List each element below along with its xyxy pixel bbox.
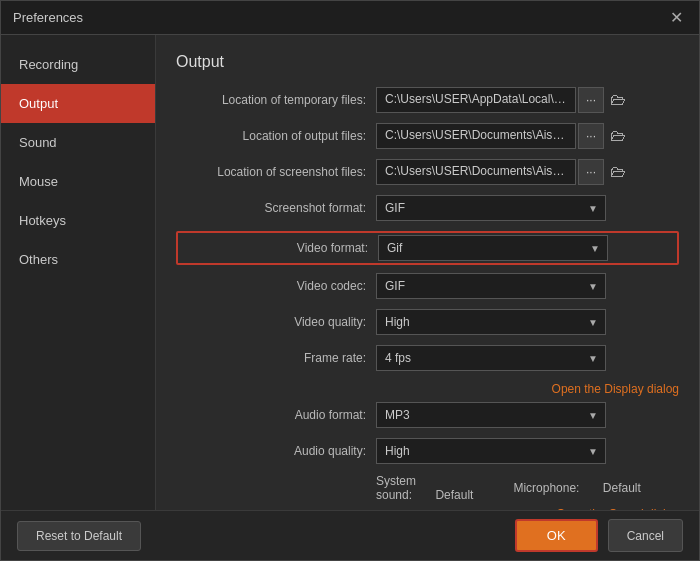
video-format-select[interactable]: Gif — [378, 235, 608, 261]
frame-rate-label: Frame rate: — [176, 351, 376, 365]
video-quality-row: Video quality: High — [176, 309, 679, 335]
screenshot-files-label: Location of screenshot files: — [176, 165, 376, 179]
audio-quality-row: Audio quality: High — [176, 438, 679, 464]
audio-quality-select[interactable]: High — [376, 438, 606, 464]
screenshot-format-row: Screenshot format: GIF — [176, 195, 679, 221]
content-area: Recording Output Sound Mouse Hotkeys Oth… — [1, 35, 699, 510]
audio-format-row: Audio format: MP3 — [176, 402, 679, 428]
output-files-control: C:\Users\USER\Documents\Aiseesc ··· 🗁 — [376, 123, 679, 149]
cancel-button[interactable]: Cancel — [608, 519, 683, 552]
ok-button[interactable]: OK — [515, 519, 598, 552]
frame-rate-row: Frame rate: 4 fps — [176, 345, 679, 371]
sidebar-item-mouse[interactable]: Mouse — [1, 162, 155, 201]
video-quality-wrapper: High — [376, 309, 606, 335]
audio-format-control: MP3 — [376, 402, 679, 428]
audio-format-label: Audio format: — [176, 408, 376, 422]
audio-quality-label: Audio quality: — [176, 444, 376, 458]
reset-button[interactable]: Reset to Default — [17, 521, 141, 551]
output-files-row: Location of output files: C:\Users\USER\… — [176, 123, 679, 149]
preferences-dialog: Preferences ✕ Recording Output Sound Mou… — [0, 0, 700, 561]
frame-rate-select[interactable]: 4 fps — [376, 345, 606, 371]
temp-files-input[interactable]: C:\Users\USER\AppData\Local\Ten — [376, 87, 576, 113]
sidebar-item-recording[interactable]: Recording — [1, 45, 155, 84]
video-codec-control: GIF — [376, 273, 679, 299]
audio-format-select[interactable]: MP3 — [376, 402, 606, 428]
screenshot-files-control: C:\Users\USER\Documents\Aiseesc ··· 🗁 — [376, 159, 679, 185]
screenshot-files-input[interactable]: C:\Users\USER\Documents\Aiseesc — [376, 159, 576, 185]
video-codec-select[interactable]: GIF — [376, 273, 606, 299]
video-quality-control: High — [376, 309, 679, 335]
screenshot-files-folder-button[interactable]: 🗁 — [608, 163, 628, 181]
video-format-control: Gif — [378, 235, 677, 261]
video-codec-wrapper: GIF — [376, 273, 606, 299]
output-files-dots-button[interactable]: ··· — [578, 123, 604, 149]
microphone-info-value: Default — [603, 481, 641, 495]
system-sound-info-value: Default — [435, 488, 473, 502]
screenshot-files-row: Location of screenshot files: C:\Users\U… — [176, 159, 679, 185]
microphone-info-label: Microphone: — [513, 481, 579, 495]
system-sound-info: System sound: Default — [376, 474, 493, 502]
section-title: Output — [176, 53, 679, 71]
system-sound-info-label: System sound: — [376, 474, 416, 502]
audio-quality-wrapper: High — [376, 438, 606, 464]
output-files-label: Location of output files: — [176, 129, 376, 143]
video-format-row: Video format: Gif — [178, 235, 677, 261]
temp-files-control: C:\Users\USER\AppData\Local\Ten ··· 🗁 — [376, 87, 679, 113]
footer-buttons: OK Cancel — [515, 519, 683, 552]
temp-files-dots-button[interactable]: ··· — [578, 87, 604, 113]
video-quality-label: Video quality: — [176, 315, 376, 329]
screenshot-format-control: GIF — [376, 195, 679, 221]
temp-files-label: Location of temporary files: — [176, 93, 376, 107]
footer: Reset to Default OK Cancel — [1, 510, 699, 560]
screenshot-format-label: Screenshot format: — [176, 201, 376, 215]
audio-quality-control: High — [376, 438, 679, 464]
video-format-wrapper: Gif — [378, 235, 608, 261]
temp-files-row: Location of temporary files: C:\Users\US… — [176, 87, 679, 113]
video-codec-label: Video codec: — [176, 279, 376, 293]
microphone-info: Microphone: Default — [513, 481, 660, 495]
system-sound-info-row: System sound: Default Microphone: Defaul… — [176, 474, 679, 502]
output-files-folder-button[interactable]: 🗁 — [608, 127, 628, 145]
screenshot-format-select[interactable]: GIF — [376, 195, 606, 221]
video-quality-select[interactable]: High — [376, 309, 606, 335]
screenshot-format-wrapper: GIF — [376, 195, 606, 221]
frame-rate-wrapper: 4 fps — [376, 345, 606, 371]
sidebar-item-hotkeys[interactable]: Hotkeys — [1, 201, 155, 240]
display-dialog-row: Open the Display dialog — [176, 381, 679, 396]
sidebar-item-output[interactable]: Output — [1, 84, 155, 123]
screenshot-files-dots-button[interactable]: ··· — [578, 159, 604, 185]
sidebar: Recording Output Sound Mouse Hotkeys Oth… — [1, 35, 156, 510]
video-format-label: Video format: — [178, 241, 378, 255]
video-codec-row: Video codec: GIF — [176, 273, 679, 299]
output-files-input[interactable]: C:\Users\USER\Documents\Aiseesc — [376, 123, 576, 149]
display-dialog-link[interactable]: Open the Display dialog — [552, 382, 679, 396]
dialog-title: Preferences — [13, 10, 83, 25]
audio-format-wrapper: MP3 — [376, 402, 606, 428]
close-button[interactable]: ✕ — [666, 10, 687, 26]
title-bar: Preferences ✕ — [1, 1, 699, 35]
video-format-highlight: Video format: Gif — [176, 231, 679, 265]
temp-files-folder-button[interactable]: 🗁 — [608, 91, 628, 109]
sidebar-item-others[interactable]: Others — [1, 240, 155, 279]
sidebar-item-sound[interactable]: Sound — [1, 123, 155, 162]
frame-rate-control: 4 fps — [376, 345, 679, 371]
main-panel: Output Location of temporary files: C:\U… — [156, 35, 699, 510]
